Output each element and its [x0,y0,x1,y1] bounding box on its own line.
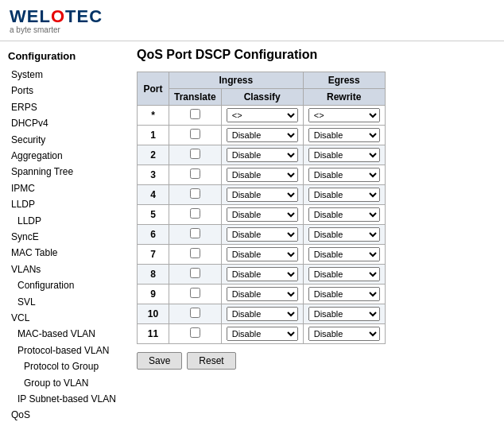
classify-select-3[interactable]: <>DisableEnable [227,168,298,182]
rewrite-select-5[interactable]: <>DisableEnableRemap DP0Remap DP1 [308,207,380,222]
translate-checkbox-10[interactable] [190,308,200,318]
rewrite-select-11[interactable]: <>DisableEnableRemap DP0Remap DP1 [308,327,380,341]
translate-checkbox-1[interactable] [190,129,200,139]
rewrite-cell-3[interactable]: <>DisableEnableRemap DP0Remap DP1 [303,165,385,185]
sidebar-item-security[interactable]: Security [8,132,119,148]
col-header-rewrite: Rewrite [303,89,385,106]
sidebar-item-ports[interactable]: Ports [8,83,119,99]
save-button[interactable]: Save [137,352,182,370]
sidebar-item-group-to-vlan[interactable]: Group to VLAN [8,375,119,391]
classify-all-select[interactable]: <> Disable Enable [227,108,298,122]
translate-cell-7[interactable] [169,245,222,265]
rewrite-select-9[interactable]: <>DisableEnableRemap DP0Remap DP1 [308,287,380,301]
rewrite-cell-11[interactable]: <>DisableEnableRemap DP0Remap DP1 [303,324,385,344]
port-10: 10 [138,304,169,324]
sidebar-item-aggregation[interactable]: Aggregation [8,148,119,164]
rewrite-cell-7[interactable]: <>DisableEnableRemap DP0Remap DP1 [303,245,385,265]
translate-checkbox-2[interactable] [190,149,200,159]
classify-select-8[interactable]: <>DisableEnable [227,267,298,281]
rewrite-select-2[interactable]: <>DisableEnableRemap DP0Remap DP1 [308,148,380,162]
translate-checkbox-7[interactable] [190,248,200,258]
sidebar-item-synce[interactable]: SyncE [8,229,119,245]
port-all: * [138,106,169,126]
classify-cell-3[interactable]: <>DisableEnable [221,165,303,185]
classify-select-11[interactable]: <>DisableEnable [227,327,298,341]
translate-cell-9[interactable] [169,285,222,304]
translate-checkbox-5[interactable] [190,208,200,219]
rewrite-cell-10[interactable]: <>DisableEnableRemap DP0Remap DP1 [303,304,385,324]
translate-cell-10[interactable] [169,304,222,324]
translate-checkbox-4[interactable] [190,188,200,199]
classify-select-6[interactable]: <>DisableEnable [227,227,298,242]
col-header-egress: Egress [303,72,385,89]
rewrite-all-cell[interactable]: <> Disable Enable Remap DP0 Remap DP1 [303,106,385,126]
rewrite-cell-1[interactable]: <>DisableEnableRemap DP0Remap DP1 [303,126,385,145]
translate-checkbox-9[interactable] [190,288,200,298]
rewrite-cell-6[interactable]: <>DisableEnableRemap DP0Remap DP1 [303,225,385,245]
sidebar-item-svl[interactable]: SVL [8,294,119,310]
classify-select-7[interactable]: <>DisableEnable [227,247,298,261]
sidebar-item-protocol-based-vlan[interactable]: Protocol-based VLAN [8,343,119,358]
classify-cell-10[interactable]: <>DisableEnable [221,304,303,324]
rewrite-select-6[interactable]: <>DisableEnableRemap DP0Remap DP1 [308,227,380,242]
sidebar-item-dhcpv4[interactable]: DHCPv4 [8,115,119,131]
sidebar-item-lldp-sub[interactable]: LLDP [8,213,119,229]
sidebar-item-spanning-tree[interactable]: Spanning Tree [8,164,119,180]
rewrite-cell-9[interactable]: <>DisableEnableRemap DP0Remap DP1 [303,285,385,304]
sidebar-item-vlans[interactable]: VLANs [8,261,119,277]
classify-select-5[interactable]: <>DisableEnable [227,207,298,222]
translate-checkbox-3[interactable] [190,168,200,179]
translate-checkbox-11[interactable] [190,327,200,338]
rewrite-cell-4[interactable]: <>DisableEnableRemap DP0Remap DP1 [303,185,385,205]
rewrite-cell-5[interactable]: <>DisableEnableRemap DP0Remap DP1 [303,205,385,225]
classify-select-9[interactable]: <>DisableEnable [227,287,298,301]
translate-cell-3[interactable] [169,165,222,185]
classify-cell-7[interactable]: <>DisableEnable [221,245,303,265]
rewrite-cell-8[interactable]: <>DisableEnableRemap DP0Remap DP1 [303,265,385,285]
sidebar-item-system[interactable]: System [8,67,119,83]
translate-cell-8[interactable] [169,265,222,285]
rewrite-select-1[interactable]: <>DisableEnableRemap DP0Remap DP1 [308,128,380,142]
sidebar-item-vlans-config[interactable]: Configuration [8,277,119,293]
sidebar-item-ipmc[interactable]: IPMC [8,180,119,196]
classify-cell-5[interactable]: <>DisableEnable [221,205,303,225]
reset-button[interactable]: Reset [187,352,235,370]
classify-cell-9[interactable]: <>DisableEnable [221,285,303,304]
translate-cell-2[interactable] [169,145,222,165]
sidebar-item-mac-table[interactable]: MAC Table [8,245,119,261]
translate-all-cell[interactable] [169,106,222,126]
sidebar-item-erps[interactable]: ERPS [8,99,119,115]
rewrite-select-8[interactable]: <>DisableEnableRemap DP0Remap DP1 [308,267,380,281]
classify-cell-11[interactable]: <>DisableEnable [221,324,303,344]
classify-select-4[interactable]: <>DisableEnable [227,188,298,202]
classify-cell-4[interactable]: <>DisableEnable [221,185,303,205]
sidebar-item-lldp[interactable]: LLDP [8,196,119,212]
translate-cell-11[interactable] [169,324,222,344]
classify-cell-1[interactable]: <>DisableEnable [221,126,303,145]
translate-all-checkbox[interactable] [190,109,200,119]
classify-select-1[interactable]: <>DisableEnable [227,128,298,142]
classify-select-10[interactable]: <>DisableEnable [227,307,298,321]
sidebar-item-qos[interactable]: QoS [8,407,119,422]
translate-cell-4[interactable] [169,185,222,205]
translate-checkbox-8[interactable] [190,268,200,278]
classify-all-cell[interactable]: <> Disable Enable [221,106,303,126]
classify-cell-6[interactable]: <>DisableEnable [221,225,303,245]
sidebar-item-mac-based-vlan[interactable]: MAC-based VLAN [8,326,119,342]
sidebar-item-vcl[interactable]: VCL [8,310,119,326]
classify-cell-2[interactable]: <>DisableEnable [221,145,303,165]
classify-select-2[interactable]: <>DisableEnable [227,148,298,162]
rewrite-all-select[interactable]: <> Disable Enable Remap DP0 Remap DP1 [308,108,380,122]
rewrite-select-4[interactable]: <>DisableEnableRemap DP0Remap DP1 [308,188,380,202]
rewrite-select-7[interactable]: <>DisableEnableRemap DP0Remap DP1 [308,247,380,261]
rewrite-select-10[interactable]: <>DisableEnableRemap DP0Remap DP1 [308,307,380,321]
translate-cell-1[interactable] [169,126,222,145]
translate-cell-5[interactable] [169,205,222,225]
sidebar-item-ip-subnet-vlan[interactable]: IP Subnet-based VLAN [8,391,119,407]
rewrite-cell-2[interactable]: <>DisableEnableRemap DP0Remap DP1 [303,145,385,165]
translate-cell-6[interactable] [169,225,222,245]
classify-cell-8[interactable]: <>DisableEnable [221,265,303,285]
rewrite-select-3[interactable]: <>DisableEnableRemap DP0Remap DP1 [308,168,380,182]
translate-checkbox-6[interactable] [190,228,200,238]
sidebar-item-protocol-to-group[interactable]: Protocol to Group [8,358,119,374]
